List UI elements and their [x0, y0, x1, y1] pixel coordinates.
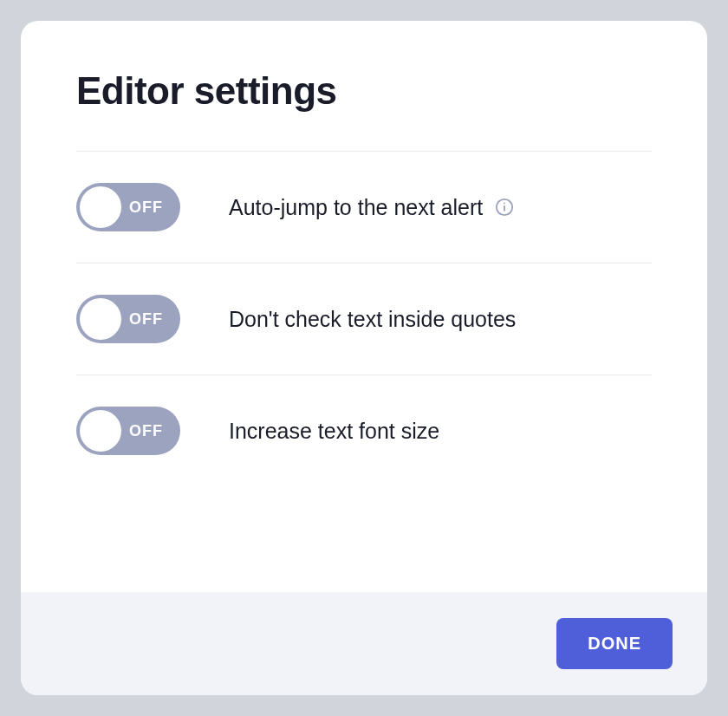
modal-title: Editor settings: [76, 69, 652, 113]
toggle-state-label: OFF: [129, 310, 163, 329]
toggle-knob: [80, 186, 121, 228]
setting-label-wrap: Don't check text inside quotes: [229, 307, 652, 332]
modal-footer: DONE: [21, 592, 707, 695]
settings-list: OFF Auto-jump to the next alert OFF: [76, 151, 652, 486]
toggle-state-label: OFF: [129, 422, 163, 440]
toggle-auto-jump[interactable]: OFF: [76, 183, 180, 231]
toggle-font-size[interactable]: OFF: [76, 407, 180, 455]
editor-settings-modal: Editor settings OFF Auto-jump to the nex…: [21, 21, 707, 695]
toggle-state-label: OFF: [129, 199, 163, 217]
setting-row-auto-jump: OFF Auto-jump to the next alert: [76, 152, 652, 264]
setting-label: Increase text font size: [229, 419, 439, 444]
svg-point-2: [504, 203, 505, 205]
setting-label-wrap: Increase text font size: [229, 419, 652, 444]
info-icon[interactable]: [495, 198, 514, 217]
setting-label-wrap: Auto-jump to the next alert: [229, 195, 652, 220]
setting-row-font-size: OFF Increase text font size: [76, 375, 652, 486]
setting-label: Auto-jump to the next alert: [229, 195, 483, 220]
done-button[interactable]: DONE: [556, 618, 673, 669]
setting-row-quotes: OFF Don't check text inside quotes: [76, 264, 652, 375]
toggle-knob: [80, 410, 121, 452]
toggle-quotes[interactable]: OFF: [76, 295, 180, 343]
toggle-knob: [80, 298, 121, 340]
modal-body: Editor settings OFF Auto-jump to the nex…: [21, 21, 707, 592]
setting-label: Don't check text inside quotes: [229, 307, 516, 332]
